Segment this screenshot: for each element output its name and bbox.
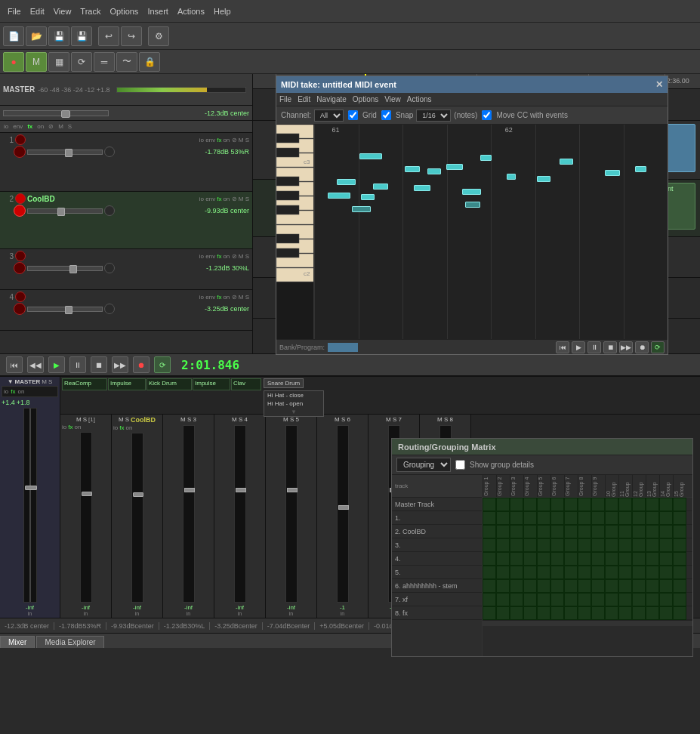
midi-note-7[interactable] xyxy=(337,179,356,185)
cell-6-5[interactable] xyxy=(537,579,550,593)
plugin-dropdown[interactable]: Snare Drum Hi Hat - close Hi Hat - open … xyxy=(264,378,304,412)
cell-5-11[interactable] xyxy=(618,566,632,579)
cell-master-14[interactable] xyxy=(659,498,673,511)
track-4-arm[interactable] xyxy=(15,291,26,302)
cell-6-15[interactable] xyxy=(673,579,686,593)
plugin-hihat-close[interactable]: Hi Hat - close xyxy=(264,391,323,399)
ch3-fader-thumb[interactable] xyxy=(184,488,195,492)
track-1-io[interactable]: io env xyxy=(199,137,215,143)
cell-master-4[interactable] xyxy=(523,498,537,511)
track-2-io[interactable]: io env xyxy=(199,196,215,202)
snap-value-select[interactable]: 1/16 xyxy=(416,109,451,122)
cell-4-5[interactable] xyxy=(537,552,550,566)
stop-button[interactable]: ⏹ xyxy=(91,356,107,373)
grid-checkbox[interactable] xyxy=(348,110,358,120)
cell-1-8[interactable] xyxy=(578,511,591,525)
midi-note-1[interactable] xyxy=(405,166,420,172)
options-button[interactable]: ⚙ xyxy=(148,26,169,46)
plugin-impulse-1[interactable]: Impulse xyxy=(108,378,146,390)
cell-6-1[interactable] xyxy=(483,579,496,593)
cell-8-7[interactable] xyxy=(564,606,578,620)
midi-note-2[interactable] xyxy=(427,168,441,174)
cell-3-1[interactable] xyxy=(483,538,496,552)
plugin-impulse-2[interactable]: Impulse xyxy=(193,378,230,390)
rewind-button[interactable]: ◀◀ xyxy=(27,356,44,373)
track-2-on[interactable]: on ⊘ M S xyxy=(223,196,249,202)
record-arm-button[interactable]: ● xyxy=(3,52,24,72)
midi-pause-button[interactable]: ⏸ xyxy=(587,341,601,353)
track-1-fx[interactable]: fx xyxy=(217,137,221,143)
menu-track[interactable]: Track xyxy=(76,5,105,17)
record-button[interactable]: ⏺ xyxy=(133,356,150,373)
plugin-dropdown-arrow[interactable]: ▼ xyxy=(264,408,323,416)
cell-4-11[interactable] xyxy=(618,552,632,566)
ch4-fader[interactable] xyxy=(234,425,246,603)
midi-note-12[interactable] xyxy=(462,189,481,195)
routing-type-select[interactable]: Grouping xyxy=(396,458,451,472)
cell-7-8[interactable] xyxy=(578,593,591,606)
cell-master-10[interactable] xyxy=(605,498,618,511)
ch1-on-btn[interactable]: on xyxy=(74,424,81,430)
lock-button[interactable]: 🔒 xyxy=(139,52,160,72)
cell-7-13[interactable] xyxy=(646,593,659,606)
track-4-pan-knob[interactable] xyxy=(104,304,115,314)
track-4-on[interactable]: on ⊘ M S xyxy=(223,294,249,301)
cell-4-3[interactable] xyxy=(510,552,523,566)
move-cc-checkbox[interactable] xyxy=(482,110,492,120)
cell-1-10[interactable] xyxy=(605,511,618,525)
ch2-fx-btn[interactable]: fx xyxy=(119,424,124,431)
cell-4-4[interactable] xyxy=(523,552,537,566)
track-4-io[interactable]: io env xyxy=(199,294,215,301)
track-1-fader-thumb[interactable] xyxy=(65,149,72,157)
cell-master-6[interactable] xyxy=(550,498,564,511)
new-file-button[interactable]: 📄 xyxy=(3,26,24,46)
open-file-button[interactable]: 📂 xyxy=(26,26,47,46)
midi-note-10[interactable] xyxy=(328,193,350,199)
cell-3-12[interactable] xyxy=(632,538,646,552)
master-fader[interactable] xyxy=(3,110,109,116)
ch2-fader-thumb[interactable] xyxy=(133,492,143,497)
track-2-fader[interactable] xyxy=(27,208,103,214)
cell-7-3[interactable] xyxy=(510,593,523,606)
ch1-m[interactable]: M xyxy=(76,416,82,423)
cell-8-1[interactable] xyxy=(483,606,496,620)
cell-5-15[interactable] xyxy=(673,566,686,579)
cell-1-11[interactable] xyxy=(618,511,632,525)
plugin-clav[interactable]: Clav xyxy=(231,378,261,390)
master-fx-lbl[interactable]: fx xyxy=(11,388,15,395)
cell-8-13[interactable] xyxy=(646,606,659,620)
fader-mode-button[interactable]: ═ xyxy=(94,52,115,72)
track-3-fader[interactable] xyxy=(27,266,103,271)
ch2-on-btn[interactable]: on xyxy=(125,424,132,431)
cell-2-13[interactable] xyxy=(646,525,659,538)
cell-6-4[interactable] xyxy=(523,579,537,593)
cell-2-5[interactable] xyxy=(537,525,550,538)
track-4-fader[interactable] xyxy=(27,307,103,312)
master-on-btn[interactable]: on xyxy=(36,123,45,130)
cell-4-13[interactable] xyxy=(646,552,659,566)
master-env-btn[interactable]: env xyxy=(12,123,23,130)
track-1-arm[interactable] xyxy=(15,134,26,145)
cell-1-9[interactable] xyxy=(591,511,605,525)
cell-7-2[interactable] xyxy=(496,593,510,606)
cell-1-4[interactable] xyxy=(523,511,537,525)
midi-loop-button[interactable]: ⟳ xyxy=(651,341,665,353)
midi-menu-edit[interactable]: Edit xyxy=(298,95,310,103)
matrix-scrollbar[interactable] xyxy=(483,620,692,626)
cell-master-12[interactable] xyxy=(632,498,646,511)
cell-4-15[interactable] xyxy=(673,552,686,566)
menu-actions[interactable]: Actions xyxy=(173,5,209,17)
track-2-arm[interactable] xyxy=(15,193,26,204)
cell-master-9[interactable] xyxy=(591,498,605,511)
cell-6-13[interactable] xyxy=(646,579,659,593)
menu-help[interactable]: Help xyxy=(209,5,236,17)
cell-5-13[interactable] xyxy=(646,566,659,579)
cell-5-8[interactable] xyxy=(578,566,591,579)
track-1-fader[interactable] xyxy=(27,150,103,155)
cell-2-9[interactable] xyxy=(591,525,605,538)
ch1-s[interactable]: S xyxy=(83,416,87,423)
save-button[interactable]: 💾 xyxy=(48,26,69,46)
midi-record-button[interactable]: ⏺ xyxy=(635,341,649,353)
cell-8-10[interactable] xyxy=(605,606,618,620)
piano-roll-grid[interactable]: 61 62 xyxy=(314,125,668,339)
